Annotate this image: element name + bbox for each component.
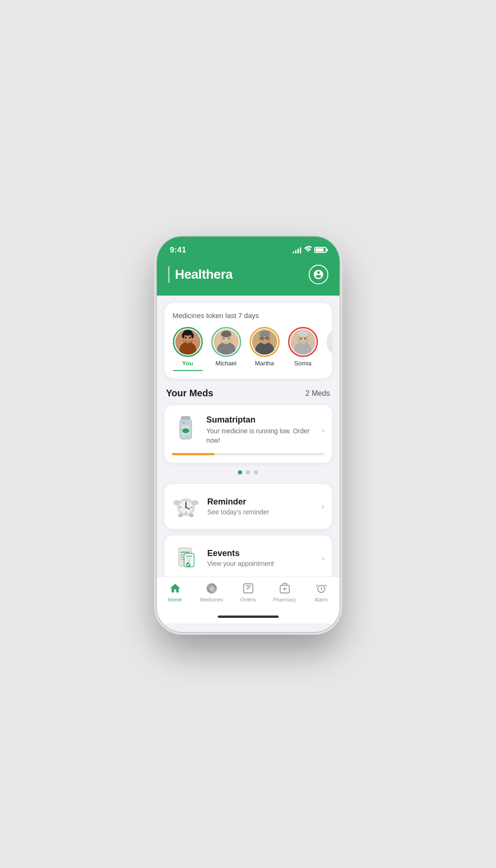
nav-medicines[interactable]: Medicines bbox=[198, 582, 226, 602]
add-circle bbox=[326, 327, 332, 357]
svg-rect-71 bbox=[186, 562, 191, 563]
svg-point-8 bbox=[191, 333, 193, 338]
med-name: Sumatriptan bbox=[207, 415, 315, 425]
nav-alarm[interactable]: Alarm bbox=[307, 582, 335, 602]
app-title: Healthera bbox=[175, 267, 233, 282]
svg-rect-32 bbox=[259, 333, 270, 336]
token-card: Medicines token last 7 days bbox=[164, 303, 332, 379]
svg-point-6 bbox=[183, 329, 192, 335]
home-icon bbox=[169, 582, 182, 595]
reminder-desc: See today's reminder bbox=[207, 508, 314, 516]
dot-1 bbox=[238, 470, 242, 475]
avatar-img-michael bbox=[214, 329, 239, 355]
main-content: Medicines token last 7 days bbox=[157, 296, 340, 577]
reminder-text: Reminder See today's reminder bbox=[207, 497, 314, 516]
events-chevron-icon: › bbox=[322, 553, 325, 563]
events-card[interactable]: Eevents View your appointment › bbox=[164, 535, 332, 577]
header-divider bbox=[168, 266, 170, 283]
profiles-row: You bbox=[173, 327, 324, 371]
events-title: Eevents bbox=[207, 549, 314, 558]
home-indicator bbox=[157, 612, 340, 623]
profile-item-martha[interactable]: Martha bbox=[250, 327, 280, 367]
main-scroll: Medicines token last 7 days bbox=[157, 296, 340, 577]
events-icon bbox=[172, 544, 200, 572]
profile-item-you[interactable]: You bbox=[173, 327, 203, 371]
svg-rect-18 bbox=[221, 333, 231, 336]
meds-title: Your Meds bbox=[166, 388, 214, 399]
status-icons bbox=[293, 246, 326, 254]
app-header: Healthera bbox=[157, 261, 340, 296]
reminder-chevron-icon: › bbox=[322, 502, 325, 512]
wifi-icon bbox=[304, 246, 311, 254]
reminder-icon bbox=[172, 492, 200, 520]
svg-point-41 bbox=[300, 341, 305, 344]
avatar-img-martha bbox=[252, 329, 277, 355]
signal-icon bbox=[293, 247, 301, 253]
reminder-title: Reminder bbox=[207, 497, 314, 507]
med-card-sumatriptan[interactable]: Sumatriptan Your medicine is running low… bbox=[164, 405, 332, 463]
avatar-ring-martha bbox=[250, 327, 280, 357]
svg-point-9 bbox=[182, 338, 184, 340]
dot-2 bbox=[246, 470, 250, 475]
svg-point-57 bbox=[185, 506, 187, 508]
profile-name-you: You bbox=[182, 360, 193, 367]
svg-point-15 bbox=[222, 337, 224, 340]
add-profile-button[interactable]: Add bbox=[326, 327, 332, 367]
svg-rect-70 bbox=[186, 560, 191, 561]
profile-item-michael[interactable]: Michael bbox=[211, 327, 241, 367]
medicines-icon bbox=[205, 582, 218, 595]
avatar-ring-somia bbox=[288, 327, 318, 357]
med-icon-sumatriptan bbox=[172, 414, 200, 446]
svg-point-10 bbox=[192, 338, 194, 340]
svg-point-7 bbox=[182, 333, 184, 338]
svg-point-5 bbox=[189, 336, 191, 339]
battery-icon bbox=[314, 247, 326, 253]
avatar-img-somia bbox=[290, 329, 316, 355]
svg-point-48 bbox=[183, 422, 185, 423]
profile-button[interactable] bbox=[309, 265, 328, 284]
reminder-card[interactable]: Reminder See today's reminder › bbox=[164, 484, 332, 529]
med-progress-bar bbox=[172, 453, 325, 455]
nav-pharmacy[interactable]: Pharmacy bbox=[271, 582, 299, 602]
nav-orders[interactable]: Orders bbox=[234, 582, 262, 602]
svg-point-24 bbox=[261, 337, 263, 339]
svg-rect-68 bbox=[186, 556, 192, 556]
svg-point-37 bbox=[300, 337, 302, 340]
svg-line-91 bbox=[316, 585, 318, 586]
svg-point-60 bbox=[173, 500, 180, 505]
bottom-nav: Home Medicines bbox=[157, 577, 340, 612]
alarm-icon bbox=[315, 582, 328, 595]
svg-point-58 bbox=[178, 513, 183, 517]
events-text: Eevents View your appointment bbox=[207, 549, 314, 567]
svg-line-92 bbox=[325, 585, 326, 586]
status-bar: 9:41 bbox=[157, 237, 340, 261]
profile-item-somia[interactable]: Somia bbox=[288, 327, 318, 367]
orders-nav-label: Orders bbox=[240, 597, 256, 602]
home-nav-label: Home bbox=[168, 597, 182, 602]
avatar-img-you bbox=[175, 329, 200, 355]
avatar-ring-michael bbox=[211, 327, 241, 357]
profile-name-somia: Somia bbox=[294, 360, 311, 367]
home-bar bbox=[218, 616, 279, 618]
med-progress-fill bbox=[172, 453, 215, 455]
svg-line-90 bbox=[321, 589, 322, 590]
svg-point-38 bbox=[304, 337, 306, 340]
medicines-nav-label: Medicines bbox=[200, 597, 223, 602]
user-circle-icon bbox=[313, 269, 324, 280]
carousel-dots bbox=[164, 470, 332, 475]
svg-point-4 bbox=[185, 336, 186, 339]
svg-point-82 bbox=[210, 587, 215, 592]
med-info: Sumatriptan Your medicine is running low… bbox=[207, 415, 315, 445]
svg-point-61 bbox=[191, 500, 198, 505]
svg-rect-40 bbox=[298, 333, 308, 336]
alarm-nav-label: Alarm bbox=[314, 597, 328, 602]
svg-point-25 bbox=[266, 337, 268, 339]
profile-name-martha: Martha bbox=[255, 360, 274, 367]
svg-point-59 bbox=[189, 513, 193, 517]
meds-count: 2 Meds bbox=[305, 389, 330, 398]
phone-shell: 9:41 Healthera bbox=[157, 237, 340, 632]
nav-home[interactable]: Home bbox=[161, 582, 189, 602]
med-desc: Your medicine is running low. Order now! bbox=[207, 427, 315, 445]
svg-rect-42 bbox=[181, 416, 190, 419]
pharmacy-icon bbox=[278, 582, 291, 595]
